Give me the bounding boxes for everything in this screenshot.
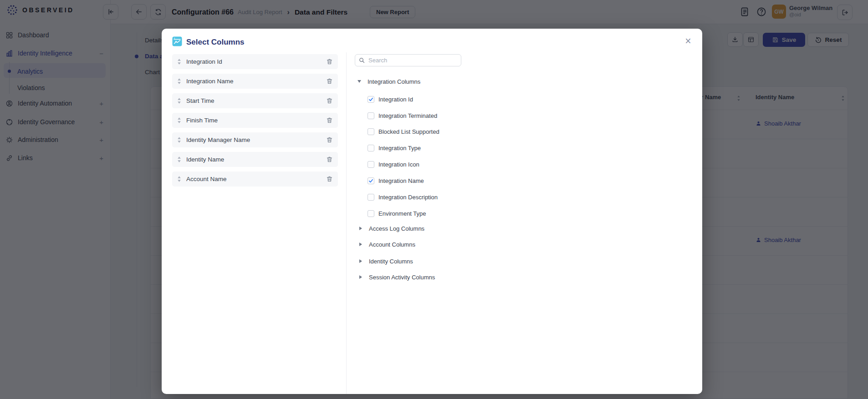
selected-column-label: Start Time [186, 97, 214, 104]
tree-leaf-blocked-list-supported[interactable]: Blocked List Supported [368, 126, 439, 137]
caret-right-icon[interactable] [359, 242, 362, 246]
search-field [355, 54, 461, 66]
trash-icon[interactable] [326, 117, 333, 124]
tree-node-label: Integration Columns [368, 78, 420, 85]
checkbox[interactable] [368, 194, 374, 201]
tree-leaf-label: Integration Icon [378, 161, 419, 168]
select-columns-modal: Select Columns × Integration Id Integrat… [162, 29, 702, 394]
trash-icon[interactable] [326, 97, 333, 104]
tree-leaf-integration-type[interactable]: Integration Type [368, 142, 421, 154]
chart-window-icon [172, 36, 182, 46]
selected-column-row[interactable]: Identity Name [172, 152, 338, 167]
tree-node-access-log-columns[interactable]: Access Log Columns [359, 222, 424, 234]
drag-handle-icon[interactable] [177, 156, 182, 163]
tree-leaf-label: Integration Type [378, 145, 421, 152]
drag-handle-icon[interactable] [177, 176, 182, 182]
tree-leaf-environment-type[interactable]: Environment Type [368, 207, 426, 219]
selected-column-label: Identity Name [186, 156, 224, 163]
tree-node-integration-columns[interactable]: Integration Columns [357, 76, 420, 87]
selected-column-label: Finish Time [186, 117, 218, 124]
caret-right-icon[interactable] [359, 227, 362, 230]
tree-leaf-label: Integration Name [378, 177, 424, 184]
tree-leaf-integration-name[interactable]: Integration Name [368, 175, 424, 187]
tree-node-label: Access Log Columns [369, 225, 424, 232]
tree-node-account-columns[interactable]: Account Columns [359, 238, 415, 250]
selected-column-row[interactable]: Integration Name [172, 74, 338, 89]
drag-handle-icon[interactable] [177, 58, 182, 65]
tree-leaf-label: Environment Type [378, 210, 426, 217]
tree-node-label: Identity Columns [369, 258, 413, 265]
selected-column-row[interactable]: Finish Time [172, 113, 338, 128]
trash-icon[interactable] [326, 58, 333, 65]
tree-leaf-label: Integration Description [378, 194, 438, 201]
tree-node-label: Session Activity Columns [369, 274, 435, 281]
checkbox[interactable] [368, 96, 374, 103]
trash-icon[interactable] [326, 78, 333, 85]
trash-icon[interactable] [326, 156, 333, 163]
trash-icon[interactable] [326, 176, 333, 182]
tree-leaf-integration-description[interactable]: Integration Description [368, 191, 438, 203]
selected-column-row[interactable]: Identity Manager Name [172, 132, 338, 147]
tree-leaf-label: Integration Id [378, 96, 413, 103]
checkbox[interactable] [368, 210, 374, 217]
tree-leaf-integration-icon[interactable]: Integration Icon [368, 158, 419, 170]
selected-column-row[interactable]: Account Name [172, 172, 338, 187]
modal-divider [346, 52, 347, 394]
drag-handle-icon[interactable] [177, 97, 182, 104]
drag-handle-icon[interactable] [177, 136, 182, 143]
selected-column-row[interactable]: Start Time [172, 93, 338, 108]
tree-leaf-label: Blocked List Supported [378, 128, 439, 135]
selected-column-label: Account Name [186, 176, 227, 182]
caret-right-icon[interactable] [359, 259, 362, 263]
tree-leaf-integration-id[interactable]: Integration Id [368, 93, 413, 105]
tree-node-session-activity-columns[interactable]: Session Activity Columns [359, 271, 435, 283]
checkbox[interactable] [368, 112, 374, 119]
caret-right-icon[interactable] [359, 275, 362, 279]
selected-column-label: Integration Id [186, 58, 222, 65]
tree-leaf-label: Integration Terminated [378, 112, 437, 119]
drag-handle-icon[interactable] [177, 78, 182, 85]
drag-handle-icon[interactable] [177, 117, 182, 124]
search-input[interactable] [355, 54, 461, 66]
checkbox[interactable] [368, 145, 374, 152]
selected-column-label: Identity Manager Name [186, 136, 250, 143]
selected-column-row[interactable]: Integration Id [172, 54, 338, 69]
caret-down-icon[interactable] [357, 80, 361, 83]
checkbox[interactable] [368, 128, 374, 135]
tree-node-label: Account Columns [369, 241, 415, 248]
tree-node-identity-columns[interactable]: Identity Columns [359, 255, 413, 267]
modal-title: Select Columns [186, 38, 245, 47]
checkbox[interactable] [368, 177, 374, 184]
checkbox[interactable] [368, 161, 374, 168]
search-icon [358, 57, 365, 64]
selected-column-label: Integration Name [186, 78, 234, 85]
close-icon[interactable]: × [681, 34, 695, 48]
trash-icon[interactable] [326, 136, 333, 143]
tree-leaf-integration-terminated[interactable]: Integration Terminated [368, 110, 437, 121]
